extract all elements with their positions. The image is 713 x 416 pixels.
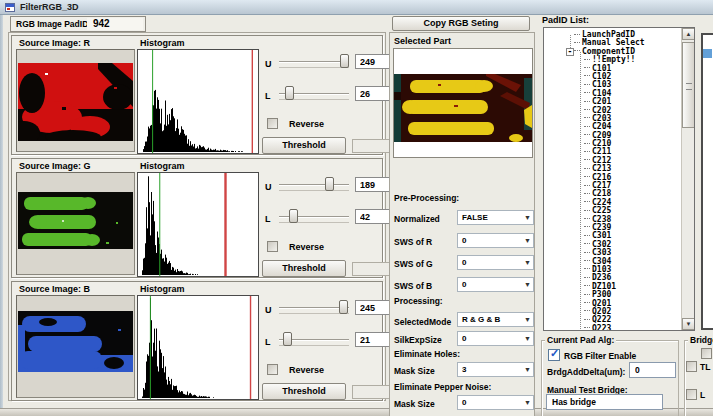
tree-item-c209[interactable]: C209	[544, 132, 681, 140]
reverse-checkbox-g[interactable]	[267, 241, 278, 252]
right-edge-list[interactable]	[701, 33, 713, 330]
padid-list-title: PadID List:	[542, 15, 589, 25]
tree-item-q223[interactable]: Q223	[544, 325, 681, 331]
chevron-down-icon[interactable]: ▼	[524, 316, 531, 324]
reverse-checkbox-b[interactable]	[267, 364, 278, 375]
brdg-add-delta-input[interactable]	[629, 362, 676, 378]
silk-exp-label: SilkExpSize	[394, 335, 442, 345]
tree-item-c104[interactable]: C104	[544, 90, 681, 98]
selected-part-panel: Selected Part Pre-Processing: Normalized…	[389, 32, 535, 416]
mask-size-1-combo[interactable]: 3 ▼	[457, 362, 534, 377]
eliminate-holes-title: Eliminate Holes:	[394, 349, 460, 359]
channel-panel-g: Source Image: G Histogram U	[11, 158, 383, 278]
channel-panel-b: Source Image: B Histogram U	[11, 281, 383, 401]
threshold-button-g[interactable]: Threshold	[262, 260, 346, 277]
tree-scrollbar[interactable]: ▲ ▼	[681, 28, 694, 330]
tree-item-p300[interactable]: P300	[544, 291, 681, 299]
tree-item-c213[interactable]: C213	[544, 165, 681, 173]
chevron-down-icon[interactable]: ▼	[524, 399, 531, 407]
padid-tree[interactable]: LaunchPadIDManual Select-ComponentID!!Em…	[543, 27, 695, 331]
tree-item-c216[interactable]: C216	[544, 174, 681, 182]
tree-item-c301[interactable]: C301	[544, 232, 681, 240]
sws-b-label: SWS of B	[394, 281, 432, 291]
scroll-down-icon[interactable]: ▼	[682, 318, 695, 330]
tree-item-c217[interactable]: C217	[544, 182, 681, 190]
l-checkbox[interactable]	[686, 389, 697, 400]
tree-item-d103[interactable]: D103	[544, 266, 681, 274]
source-image-r	[16, 49, 135, 152]
mask-size-2-combo[interactable]: 0 ▼	[457, 395, 534, 410]
tree-item-q222[interactable]: Q222	[544, 316, 681, 324]
tree-item-c103[interactable]: C103	[544, 81, 681, 89]
silk-exp-combo[interactable]: 0 ▼	[457, 331, 534, 346]
tree-item-c204[interactable]: C204	[544, 123, 681, 131]
histogram-r-plot	[138, 50, 258, 153]
selected-mode-combo[interactable]: R & G & B ▼	[457, 312, 534, 327]
l-slider-thumb-b[interactable]	[283, 332, 292, 346]
u-slider-b[interactable]	[276, 300, 352, 316]
tree-item-c101[interactable]: C101	[544, 65, 681, 73]
tl-checkbox[interactable]	[686, 361, 697, 372]
tree-item-c202[interactable]: C202	[544, 107, 681, 115]
reverse-checkbox-r[interactable]	[267, 118, 278, 129]
sws-r-combo[interactable]: 0 ▼	[457, 233, 534, 248]
right-edge-selected-item[interactable]	[703, 49, 712, 58]
source-image-b-label: Source Image: B	[19, 284, 90, 294]
tree-item-c212[interactable]: C212	[544, 157, 681, 165]
source-image-g-bitmap	[18, 192, 133, 249]
bridge-checkbox-partial[interactable]	[701, 348, 712, 359]
reverse-label-r: Reverse	[289, 119, 324, 129]
tree-item-c303[interactable]: C303	[544, 249, 681, 257]
chevron-down-icon[interactable]: ▼	[524, 259, 531, 267]
silk-exp-value: 0	[458, 332, 533, 345]
l-label-g: L	[265, 214, 271, 224]
l-slider-thumb-g[interactable]	[289, 209, 298, 223]
l-slider-thumb-r[interactable]	[285, 86, 294, 100]
tree-item-c218[interactable]: C218	[544, 190, 681, 198]
copy-rgb-setting-button[interactable]: Copy RGB Seting	[392, 16, 530, 31]
tree-item-c203[interactable]: C203	[544, 115, 681, 123]
normalized-combo[interactable]: FALSE ▼	[457, 210, 534, 225]
rgb-image-padid-panel: RGB Image PadID: 942	[10, 16, 146, 32]
scrollbar-thumb[interactable]	[682, 42, 695, 128]
chevron-down-icon[interactable]: ▼	[524, 214, 531, 222]
chevron-down-icon[interactable]: ▼	[524, 335, 531, 343]
tree-item-c211[interactable]: C211	[544, 148, 681, 156]
l-label-r: L	[265, 91, 271, 101]
sws-r-value: 0	[458, 234, 533, 247]
threshold-button-b[interactable]: Threshold	[262, 383, 346, 400]
l-slider-r[interactable]	[276, 86, 352, 102]
tree-item-c224[interactable]: C224	[544, 199, 681, 207]
manual-test-bridge-input[interactable]	[546, 394, 663, 410]
tree-item-q201[interactable]: Q201	[544, 300, 681, 308]
u-slider-thumb-r[interactable]	[340, 54, 349, 68]
l-slider-b[interactable]	[276, 332, 352, 348]
l-slider-g[interactable]	[276, 209, 352, 225]
chevron-down-icon[interactable]: ▼	[524, 237, 531, 245]
tree-item-c238[interactable]: C238	[544, 216, 681, 224]
u-slider-r[interactable]	[276, 54, 352, 70]
tree-item-dz101[interactable]: DZ101	[544, 283, 681, 291]
sws-b-combo[interactable]: 0 ▼	[457, 277, 534, 292]
u-slider-thumb-b[interactable]	[339, 300, 348, 314]
rgb-filter-enable-checkbox[interactable]: ✓	[548, 349, 560, 361]
tree-item-c102[interactable]: C102	[544, 73, 681, 81]
tree-item-q202[interactable]: Q202	[544, 308, 681, 316]
tree-item-c304[interactable]: C304	[544, 258, 681, 266]
tree-item-c225[interactable]: C225	[544, 207, 681, 215]
tree-item-c201[interactable]: C201	[544, 98, 681, 106]
bridge-title: Bridge	[688, 335, 713, 345]
tree-collapse-icon[interactable]: -	[566, 48, 574, 56]
tree-item-empty[interactable]: !!Empty!!	[544, 56, 681, 64]
tree-item-c210[interactable]: C210	[544, 140, 681, 148]
tree-item-c239[interactable]: C239	[544, 224, 681, 232]
u-slider-thumb-g[interactable]	[325, 177, 334, 191]
tree-item-c302[interactable]: C302	[544, 241, 681, 249]
u-slider-g[interactable]	[276, 177, 352, 193]
chevron-down-icon[interactable]: ▼	[524, 281, 531, 289]
u-label-g: U	[265, 182, 272, 192]
threshold-button-r[interactable]: Threshold	[262, 137, 346, 154]
sws-g-combo[interactable]: 0 ▼	[457, 255, 534, 270]
chevron-down-icon[interactable]: ▼	[524, 366, 531, 374]
scroll-up-icon[interactable]: ▲	[682, 28, 695, 40]
